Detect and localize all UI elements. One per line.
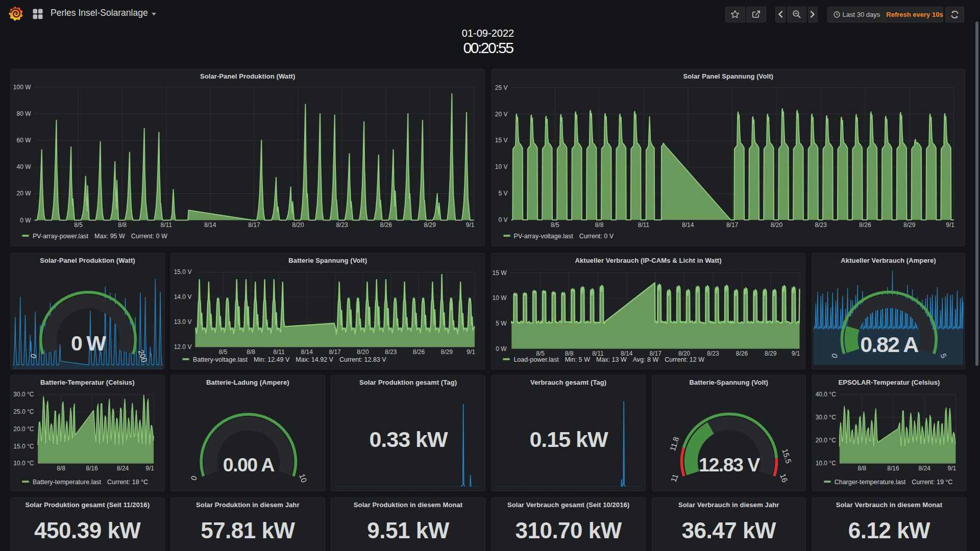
svg-text:11.8: 11.8 bbox=[668, 436, 680, 452]
svg-text:20 V: 20 V bbox=[495, 111, 507, 118]
svg-text:8/20: 8/20 bbox=[770, 221, 782, 229]
svg-text:9/1: 9/1 bbox=[946, 221, 954, 229]
svg-text:8/11: 8/11 bbox=[638, 221, 649, 229]
svg-text:8/5: 8/5 bbox=[551, 221, 559, 229]
svg-text:8/14: 8/14 bbox=[204, 221, 216, 229]
svg-text:8/20: 8/20 bbox=[292, 221, 304, 229]
svg-text:8/17: 8/17 bbox=[726, 221, 739, 229]
svg-text:200: 200 bbox=[137, 348, 150, 363]
svg-text:8/8: 8/8 bbox=[595, 221, 603, 229]
svg-text:8/8: 8/8 bbox=[247, 348, 255, 355]
svg-text:100 W: 100 W bbox=[13, 84, 31, 91]
svg-text:0 V: 0 V bbox=[498, 216, 507, 223]
svg-text:10 V: 10 V bbox=[495, 164, 507, 171]
svg-text:8/17: 8/17 bbox=[248, 221, 260, 229]
svg-text:11: 11 bbox=[669, 473, 679, 483]
svg-text:8/29: 8/29 bbox=[903, 221, 916, 229]
svg-text:8/20: 8/20 bbox=[357, 348, 369, 355]
svg-text:8/14: 8/14 bbox=[301, 348, 313, 355]
svg-text:8/8: 8/8 bbox=[857, 465, 866, 472]
svg-text:8/26: 8/26 bbox=[413, 348, 425, 355]
svg-text:9/1: 9/1 bbox=[467, 348, 475, 355]
svg-text:8/24: 8/24 bbox=[918, 465, 930, 472]
svg-text:9/1: 9/1 bbox=[947, 465, 956, 472]
svg-text:9/1: 9/1 bbox=[792, 350, 800, 357]
svg-text:10.0 °C: 10.0 °C bbox=[13, 460, 34, 467]
svg-text:5 W: 5 W bbox=[496, 319, 507, 327]
svg-text:8/16: 8/16 bbox=[86, 465, 98, 472]
svg-text:20.0 °C: 20.0 °C bbox=[815, 437, 836, 444]
svg-text:8/16: 8/16 bbox=[887, 465, 899, 472]
svg-text:25 V: 25 V bbox=[495, 84, 507, 91]
svg-text:40 W: 40 W bbox=[16, 164, 31, 171]
svg-text:0 W: 0 W bbox=[71, 331, 106, 355]
svg-text:14.0 V: 14.0 V bbox=[174, 293, 192, 300]
svg-text:0: 0 bbox=[189, 474, 199, 482]
svg-text:8/17: 8/17 bbox=[329, 348, 341, 355]
svg-text:8/11: 8/11 bbox=[273, 348, 285, 355]
svg-text:8/26: 8/26 bbox=[859, 221, 871, 229]
svg-text:8/8: 8/8 bbox=[57, 465, 65, 472]
svg-text:8/26: 8/26 bbox=[380, 221, 393, 229]
svg-text:60 W: 60 W bbox=[16, 137, 31, 144]
svg-text:0.00 A: 0.00 A bbox=[223, 454, 275, 475]
svg-text:8/14: 8/14 bbox=[682, 221, 694, 229]
svg-text:10 W: 10 W bbox=[493, 294, 507, 302]
svg-text:0 W: 0 W bbox=[20, 217, 31, 224]
svg-text:15.5: 15.5 bbox=[780, 448, 793, 465]
svg-text:9/1: 9/1 bbox=[145, 465, 154, 472]
svg-text:8/5: 8/5 bbox=[74, 221, 83, 229]
svg-text:12.83 V: 12.83 V bbox=[699, 454, 760, 475]
svg-text:15.0 V: 15.0 V bbox=[174, 268, 192, 276]
svg-text:15 W: 15 W bbox=[493, 269, 507, 276]
svg-text:9/1: 9/1 bbox=[466, 221, 475, 229]
svg-text:8/23: 8/23 bbox=[336, 221, 348, 229]
svg-text:8/8: 8/8 bbox=[118, 221, 127, 229]
svg-text:0.82 A: 0.82 A bbox=[860, 332, 918, 356]
svg-text:8/11: 8/11 bbox=[160, 221, 172, 229]
svg-text:15.0 °C: 15.0 °C bbox=[13, 443, 34, 450]
svg-text:30.0 °C: 30.0 °C bbox=[13, 391, 34, 398]
svg-text:13.0 V: 13.0 V bbox=[174, 318, 192, 325]
svg-text:8/24: 8/24 bbox=[117, 465, 129, 472]
svg-text:10.0 °C: 10.0 °C bbox=[815, 460, 836, 467]
svg-text:80 W: 80 W bbox=[16, 110, 31, 117]
svg-text:16: 16 bbox=[778, 472, 790, 483]
svg-text:0 W: 0 W bbox=[496, 345, 507, 352]
svg-text:20.0 °C: 20.0 °C bbox=[13, 425, 34, 433]
svg-text:10: 10 bbox=[298, 472, 309, 483]
svg-text:40.0 °C: 40.0 °C bbox=[815, 391, 836, 398]
svg-text:8/23: 8/23 bbox=[815, 221, 827, 229]
svg-text:30.0 °C: 30.0 °C bbox=[815, 414, 836, 421]
svg-text:0.15 kW: 0.15 kW bbox=[530, 427, 609, 452]
svg-text:8/29: 8/29 bbox=[441, 348, 453, 355]
svg-text:5 V: 5 V bbox=[498, 190, 507, 197]
svg-text:8/29: 8/29 bbox=[424, 221, 436, 229]
svg-text:8/29: 8/29 bbox=[765, 350, 777, 357]
svg-text:8/23: 8/23 bbox=[385, 348, 397, 355]
svg-text:12.0 V: 12.0 V bbox=[174, 343, 192, 350]
svg-text:0.33 kW: 0.33 kW bbox=[370, 427, 449, 452]
svg-text:20 W: 20 W bbox=[16, 190, 31, 197]
svg-text:8/5: 8/5 bbox=[219, 348, 228, 355]
svg-text:8/26: 8/26 bbox=[736, 350, 748, 357]
svg-text:15 V: 15 V bbox=[495, 137, 507, 144]
svg-text:25.0 °C: 25.0 °C bbox=[13, 408, 34, 415]
